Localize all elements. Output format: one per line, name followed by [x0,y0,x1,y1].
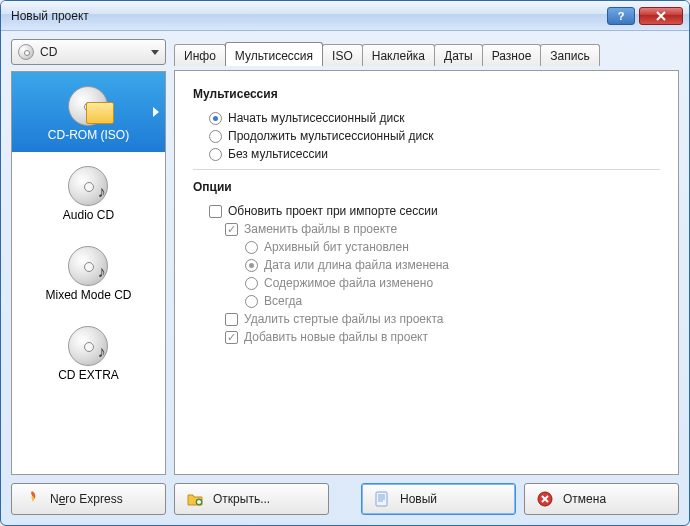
radio-icon [245,259,258,272]
client-area: CD Инфо Мультисессия ISO Наклейка Даты Р… [1,31,689,525]
radio-content-changed: Содержимое файла изменено [245,276,660,290]
flame-icon [22,489,42,509]
radio-icon [245,295,258,308]
open-button[interactable]: Открыть... [174,483,329,515]
radio-label: Архивный бит установлен [264,240,409,254]
button-label: Отмена [563,492,606,506]
cancel-icon [535,489,555,509]
tab-misc[interactable]: Разное [482,44,542,66]
radio-icon [209,112,222,125]
project-cdrom-iso[interactable]: CD-ROM (ISO) [12,72,165,152]
radio-label: Содержимое файла изменено [264,276,433,290]
checkbox-label: Удалить стертые файлы из проекта [244,312,443,326]
checkbox-label: Заменить файлы в проекте [244,222,397,236]
tab-label[interactable]: Наклейка [362,44,435,66]
checkbox-icon [225,331,238,344]
titlebar: Новый проект ? [1,1,689,31]
footer: Nero Express Открыть... Новый Отмена [11,481,679,515]
project-label: Mixed Mode CD [45,288,131,302]
nero-express-button[interactable]: Nero Express [11,483,166,515]
project-mixed-mode[interactable]: ♪ Mixed Mode CD [12,232,165,312]
check-delete-erased: Удалить стертые файлы из проекта [225,312,660,326]
tab-strip: Инфо Мультисессия ISO Наклейка Даты Разн… [174,39,679,65]
radio-label: Всегда [264,294,302,308]
group-options: Опции [193,180,660,194]
radio-icon [245,277,258,290]
tab-panel-multisession: Мультисессия Начать мультисессионный дис… [174,70,679,475]
radio-label: Дата или длина файла изменена [264,258,449,272]
mixed-mode-icon: ♪ [64,242,114,284]
combo-label: CD [40,45,145,59]
project-type-list[interactable]: CD-ROM (ISO) ♪ Audio CD ♪ Mixed Mode CD … [11,71,166,475]
help-button[interactable]: ? [607,7,635,25]
new-button[interactable]: Новый [361,483,516,515]
button-label: Nero Express [50,492,123,506]
cancel-button[interactable]: Отмена [524,483,679,515]
chevron-right-icon [153,107,159,117]
disc-type-combo[interactable]: CD [11,39,166,65]
radio-icon [209,148,222,161]
cd-extra-icon: ♪ [64,322,114,364]
check-refresh-on-import[interactable]: Обновить проект при импорте сессии [209,204,660,218]
window-title: Новый проект [11,9,603,23]
radio-no-multisession[interactable]: Без мультисессии [209,147,660,161]
top-row: CD Инфо Мультисессия ISO Наклейка Даты Р… [11,39,679,65]
radio-date-length-changed: Дата или длина файла изменена [245,258,660,272]
checkbox-label: Добавить новые файлы в проект [244,330,428,344]
tab-dates[interactable]: Даты [434,44,483,66]
folder-open-icon [185,489,205,509]
radio-archive-bit: Архивный бит установлен [245,240,660,254]
check-add-new-files: Добавить новые файлы в проект [225,330,660,344]
tab-burn[interactable]: Запись [540,44,599,66]
project-label: CD-ROM (ISO) [48,128,129,142]
button-label: Открыть... [213,492,270,506]
radio-always: Всегда [245,294,660,308]
radio-icon [245,241,258,254]
checkbox-icon [225,223,238,236]
radio-label: Продолжить мультисессионный диск [228,129,434,143]
project-audio-cd[interactable]: ♪ Audio CD [12,152,165,232]
project-label: CD EXTRA [58,368,119,382]
dialog-window: Новый проект ? CD Инфо Мультисессия ISO … [0,0,690,526]
project-item-more[interactable] [12,392,165,414]
radio-label: Без мультисессии [228,147,328,161]
audio-cd-icon: ♪ [64,162,114,204]
project-cd-extra[interactable]: ♪ CD EXTRA [12,312,165,392]
radio-start-multisession[interactable]: Начать мультисессионный диск [209,111,660,125]
radio-continue-multisession[interactable]: Продолжить мультисессионный диск [209,129,660,143]
radio-label: Начать мультисессионный диск [228,111,404,125]
check-replace-files: Заменить файлы в проекте [225,222,660,236]
close-button[interactable] [639,7,683,25]
footer-spacer [337,483,353,515]
group-multisession: Мультисессия [193,87,660,101]
cd-icon [18,44,34,60]
checkbox-label: Обновить проект при импорте сессии [228,204,438,218]
tab-iso[interactable]: ISO [322,44,363,66]
cdrom-iso-icon [64,82,114,124]
separator [193,169,660,170]
checkbox-icon [209,205,222,218]
project-label: Audio CD [63,208,114,222]
tab-multisession[interactable]: Мультисессия [225,42,323,66]
radio-icon [209,130,222,143]
tab-info[interactable]: Инфо [174,44,226,66]
checkbox-icon [225,313,238,326]
main-row: CD-ROM (ISO) ♪ Audio CD ♪ Mixed Mode CD … [11,71,679,475]
document-icon [372,489,392,509]
chevron-down-icon [151,50,159,55]
button-label: Новый [400,492,437,506]
